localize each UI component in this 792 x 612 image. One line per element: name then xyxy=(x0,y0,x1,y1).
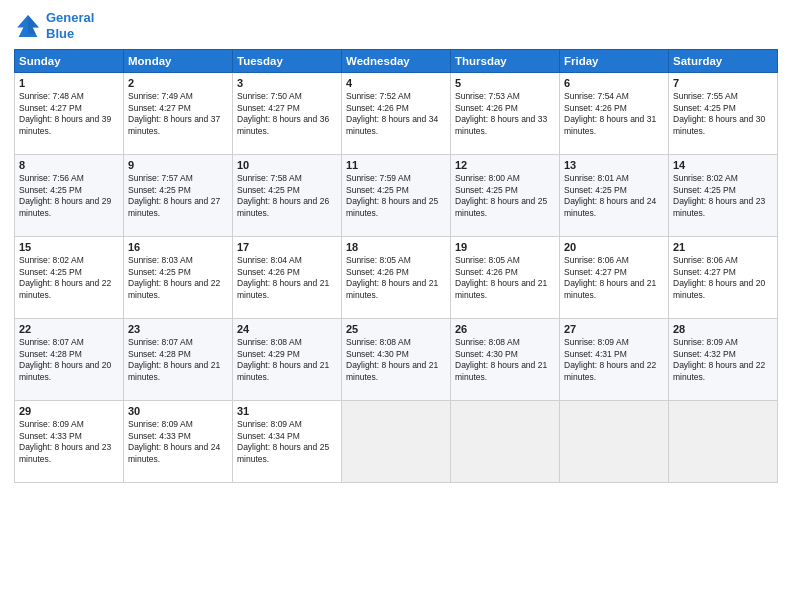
calendar-week-4: 22 Sunrise: 8:07 AMSunset: 4:28 PMDaylig… xyxy=(15,319,778,401)
weekday-row: SundayMondayTuesdayWednesdayThursdayFrid… xyxy=(15,50,778,73)
day-info: Sunrise: 7:59 AMSunset: 4:25 PMDaylight:… xyxy=(346,173,438,217)
day-number: 10 xyxy=(237,159,337,171)
weekday-header-thursday: Thursday xyxy=(451,50,560,73)
calendar-cell: 3 Sunrise: 7:50 AMSunset: 4:27 PMDayligh… xyxy=(233,73,342,155)
day-number: 27 xyxy=(564,323,664,335)
calendar-cell xyxy=(669,401,778,483)
day-number: 31 xyxy=(237,405,337,417)
day-info: Sunrise: 7:55 AMSunset: 4:25 PMDaylight:… xyxy=(673,91,765,135)
day-info: Sunrise: 7:53 AMSunset: 4:26 PMDaylight:… xyxy=(455,91,547,135)
day-number: 7 xyxy=(673,77,773,89)
day-number: 8 xyxy=(19,159,119,171)
day-number: 3 xyxy=(237,77,337,89)
logo-general: General xyxy=(46,10,94,25)
calendar-cell: 29 Sunrise: 8:09 AMSunset: 4:33 PMDaylig… xyxy=(15,401,124,483)
day-number: 23 xyxy=(128,323,228,335)
calendar-week-5: 29 Sunrise: 8:09 AMSunset: 4:33 PMDaylig… xyxy=(15,401,778,483)
day-number: 18 xyxy=(346,241,446,253)
calendar-cell xyxy=(342,401,451,483)
day-info: Sunrise: 8:00 AMSunset: 4:25 PMDaylight:… xyxy=(455,173,547,217)
calendar-cell: 30 Sunrise: 8:09 AMSunset: 4:33 PMDaylig… xyxy=(124,401,233,483)
calendar-cell: 19 Sunrise: 8:05 AMSunset: 4:26 PMDaylig… xyxy=(451,237,560,319)
calendar-cell: 7 Sunrise: 7:55 AMSunset: 4:25 PMDayligh… xyxy=(669,73,778,155)
day-info: Sunrise: 8:08 AMSunset: 4:30 PMDaylight:… xyxy=(455,337,547,381)
day-number: 4 xyxy=(346,77,446,89)
calendar-cell: 17 Sunrise: 8:04 AMSunset: 4:26 PMDaylig… xyxy=(233,237,342,319)
day-number: 5 xyxy=(455,77,555,89)
day-info: Sunrise: 8:08 AMSunset: 4:30 PMDaylight:… xyxy=(346,337,438,381)
calendar-cell: 10 Sunrise: 7:58 AMSunset: 4:25 PMDaylig… xyxy=(233,155,342,237)
calendar-table: SundayMondayTuesdayWednesdayThursdayFrid… xyxy=(14,49,778,483)
day-info: Sunrise: 7:50 AMSunset: 4:27 PMDaylight:… xyxy=(237,91,329,135)
day-number: 6 xyxy=(564,77,664,89)
day-info: Sunrise: 8:07 AMSunset: 4:28 PMDaylight:… xyxy=(19,337,111,381)
weekday-header-monday: Monday xyxy=(124,50,233,73)
day-info: Sunrise: 8:09 AMSunset: 4:33 PMDaylight:… xyxy=(128,419,220,463)
calendar-body: 1 Sunrise: 7:48 AMSunset: 4:27 PMDayligh… xyxy=(15,73,778,483)
day-number: 12 xyxy=(455,159,555,171)
calendar-cell: 12 Sunrise: 8:00 AMSunset: 4:25 PMDaylig… xyxy=(451,155,560,237)
calendar-cell: 4 Sunrise: 7:52 AMSunset: 4:26 PMDayligh… xyxy=(342,73,451,155)
day-info: Sunrise: 8:02 AMSunset: 4:25 PMDaylight:… xyxy=(19,255,111,299)
day-number: 13 xyxy=(564,159,664,171)
calendar-cell xyxy=(451,401,560,483)
day-info: Sunrise: 8:09 AMSunset: 4:33 PMDaylight:… xyxy=(19,419,111,463)
calendar-cell: 20 Sunrise: 8:06 AMSunset: 4:27 PMDaylig… xyxy=(560,237,669,319)
calendar-cell: 21 Sunrise: 8:06 AMSunset: 4:27 PMDaylig… xyxy=(669,237,778,319)
day-info: Sunrise: 7:48 AMSunset: 4:27 PMDaylight:… xyxy=(19,91,111,135)
day-info: Sunrise: 8:05 AMSunset: 4:26 PMDaylight:… xyxy=(455,255,547,299)
calendar-cell: 5 Sunrise: 7:53 AMSunset: 4:26 PMDayligh… xyxy=(451,73,560,155)
day-number: 25 xyxy=(346,323,446,335)
day-info: Sunrise: 8:02 AMSunset: 4:25 PMDaylight:… xyxy=(673,173,765,217)
logo: General Blue xyxy=(14,10,94,41)
day-number: 1 xyxy=(19,77,119,89)
logo-icon xyxy=(14,12,42,40)
weekday-header-tuesday: Tuesday xyxy=(233,50,342,73)
day-number: 16 xyxy=(128,241,228,253)
calendar-cell: 8 Sunrise: 7:56 AMSunset: 4:25 PMDayligh… xyxy=(15,155,124,237)
day-number: 17 xyxy=(237,241,337,253)
day-number: 26 xyxy=(455,323,555,335)
day-info: Sunrise: 8:01 AMSunset: 4:25 PMDaylight:… xyxy=(564,173,656,217)
calendar-cell: 25 Sunrise: 8:08 AMSunset: 4:30 PMDaylig… xyxy=(342,319,451,401)
day-number: 24 xyxy=(237,323,337,335)
day-info: Sunrise: 8:09 AMSunset: 4:34 PMDaylight:… xyxy=(237,419,329,463)
calendar-cell: 28 Sunrise: 8:09 AMSunset: 4:32 PMDaylig… xyxy=(669,319,778,401)
day-info: Sunrise: 8:06 AMSunset: 4:27 PMDaylight:… xyxy=(673,255,765,299)
day-number: 28 xyxy=(673,323,773,335)
day-info: Sunrise: 8:09 AMSunset: 4:32 PMDaylight:… xyxy=(673,337,765,381)
day-number: 19 xyxy=(455,241,555,253)
calendar-cell: 15 Sunrise: 8:02 AMSunset: 4:25 PMDaylig… xyxy=(15,237,124,319)
day-number: 2 xyxy=(128,77,228,89)
calendar-cell: 11 Sunrise: 7:59 AMSunset: 4:25 PMDaylig… xyxy=(342,155,451,237)
day-info: Sunrise: 8:06 AMSunset: 4:27 PMDaylight:… xyxy=(564,255,656,299)
page-container: General Blue SundayMondayTuesdayWednesda… xyxy=(0,0,792,493)
calendar-cell: 22 Sunrise: 8:07 AMSunset: 4:28 PMDaylig… xyxy=(15,319,124,401)
day-info: Sunrise: 8:08 AMSunset: 4:29 PMDaylight:… xyxy=(237,337,329,381)
day-info: Sunrise: 8:03 AMSunset: 4:25 PMDaylight:… xyxy=(128,255,220,299)
calendar-cell xyxy=(560,401,669,483)
weekday-header-sunday: Sunday xyxy=(15,50,124,73)
day-number: 20 xyxy=(564,241,664,253)
weekday-header-wednesday: Wednesday xyxy=(342,50,451,73)
calendar-cell: 23 Sunrise: 8:07 AMSunset: 4:28 PMDaylig… xyxy=(124,319,233,401)
calendar-cell: 2 Sunrise: 7:49 AMSunset: 4:27 PMDayligh… xyxy=(124,73,233,155)
day-info: Sunrise: 7:52 AMSunset: 4:26 PMDaylight:… xyxy=(346,91,438,135)
svg-marker-1 xyxy=(28,15,39,34)
weekday-header-friday: Friday xyxy=(560,50,669,73)
day-number: 30 xyxy=(128,405,228,417)
calendar-week-1: 1 Sunrise: 7:48 AMSunset: 4:27 PMDayligh… xyxy=(15,73,778,155)
calendar-cell: 6 Sunrise: 7:54 AMSunset: 4:26 PMDayligh… xyxy=(560,73,669,155)
day-info: Sunrise: 7:49 AMSunset: 4:27 PMDaylight:… xyxy=(128,91,220,135)
calendar-week-2: 8 Sunrise: 7:56 AMSunset: 4:25 PMDayligh… xyxy=(15,155,778,237)
day-info: Sunrise: 8:07 AMSunset: 4:28 PMDaylight:… xyxy=(128,337,220,381)
weekday-header-saturday: Saturday xyxy=(669,50,778,73)
calendar-cell: 14 Sunrise: 8:02 AMSunset: 4:25 PMDaylig… xyxy=(669,155,778,237)
day-number: 15 xyxy=(19,241,119,253)
logo-blue: Blue xyxy=(46,26,74,41)
calendar-cell: 27 Sunrise: 8:09 AMSunset: 4:31 PMDaylig… xyxy=(560,319,669,401)
day-number: 29 xyxy=(19,405,119,417)
day-info: Sunrise: 8:04 AMSunset: 4:26 PMDaylight:… xyxy=(237,255,329,299)
day-info: Sunrise: 8:05 AMSunset: 4:26 PMDaylight:… xyxy=(346,255,438,299)
day-number: 11 xyxy=(346,159,446,171)
